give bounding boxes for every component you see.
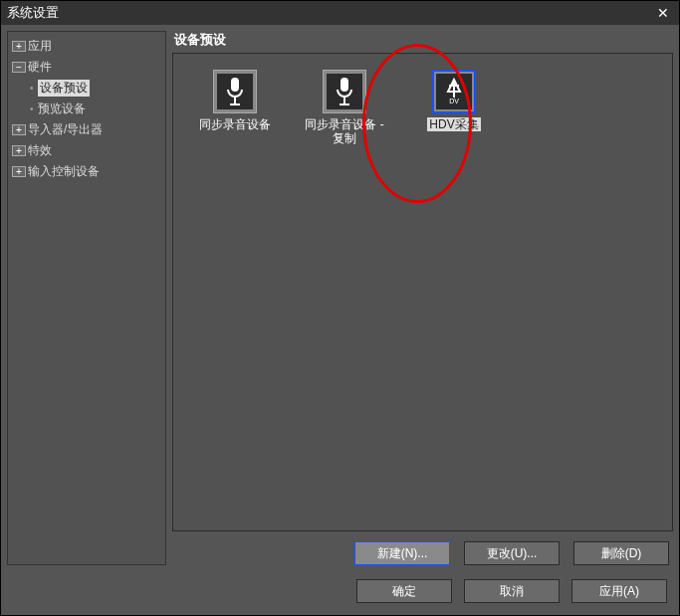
preset-label: 同步录音设备 - 复制 [305,117,384,146]
system-settings-window: 系统设置 ✕ + 应用 − 硬件 • 设备预设 • 预览设备 + 导入器/导出器 [0,0,680,616]
tree-label: 预览设备 [38,101,86,117]
expand-icon[interactable]: + [12,124,26,135]
expand-icon[interactable]: + [12,166,26,177]
settings-tree: + 应用 − 硬件 • 设备预设 • 预览设备 + 导入器/导出器 + 特效 [7,31,166,565]
cancel-button[interactable]: 取消 [464,579,560,603]
svg-rect-0 [231,78,239,92]
mic-icon [213,70,257,113]
tree-label: 硬件 [28,59,52,76]
collapse-icon[interactable]: − [12,62,26,73]
svg-rect-3 [340,78,348,92]
tree-label: 特效 [28,142,52,159]
expand-icon[interactable]: + [12,145,26,156]
panel-title: 设备预设 [172,31,673,53]
content-area: + 应用 − 硬件 • 设备预设 • 预览设备 + 导入器/导出器 + 特效 [1,25,679,571]
preset-item-sync-record[interactable]: 同步录音设备 [195,70,275,131]
delete-button[interactable]: 删除(D) [573,541,669,565]
svg-text:DV: DV [449,98,459,104]
ok-button[interactable]: 确定 [356,579,452,603]
dialog-footer: 确定 取消 应用(A) [1,571,679,615]
dv-icon: DV [432,70,476,113]
bullet-icon: • [30,103,34,114]
tree-label: 输入控制设备 [28,163,100,180]
device-preset-panel: 同步录音设备 同步录音设备 - 复制 DV [172,53,673,531]
titlebar: 系统设置 ✕ [1,1,679,25]
tree-item-effects[interactable]: + 特效 [10,140,163,161]
tree-item-app[interactable]: + 应用 [10,36,163,57]
tree-item-device-preset[interactable]: • 设备预设 [10,78,163,99]
bullet-icon: • [30,83,34,94]
close-icon[interactable]: ✕ [653,5,673,21]
panel-buttons: 新建(N)... 更改(U)... 删除(D) [172,531,673,565]
tree-item-importer[interactable]: + 导入器/导出器 [10,119,163,140]
mic-icon [323,70,366,113]
tree-label: 设备预设 [38,80,90,97]
preset-item-sync-record-copy[interactable]: 同步录音设备 - 复制 [305,70,384,146]
tree-label: 应用 [28,38,52,55]
preset-items: 同步录音设备 同步录音设备 - 复制 DV [173,54,672,162]
preset-label: HDV采集 [427,117,480,131]
tree-item-hardware[interactable]: − 硬件 [10,57,163,78]
new-button[interactable]: 新建(N)... [354,541,450,565]
main-panel: 设备预设 同步录音设备 [172,31,673,565]
expand-icon[interactable]: + [12,41,26,52]
change-button[interactable]: 更改(U)... [464,541,560,565]
tree-item-input-control[interactable]: + 输入控制设备 [10,161,163,182]
preset-label: 同步录音设备 [199,117,271,131]
tree-item-preview-device[interactable]: • 预览设备 [10,99,163,119]
apply-button[interactable]: 应用(A) [571,579,667,603]
preset-item-hdv-capture[interactable]: DV HDV采集 [414,70,494,131]
window-title: 系统设置 [7,4,59,22]
tree-label: 导入器/导出器 [28,121,103,138]
